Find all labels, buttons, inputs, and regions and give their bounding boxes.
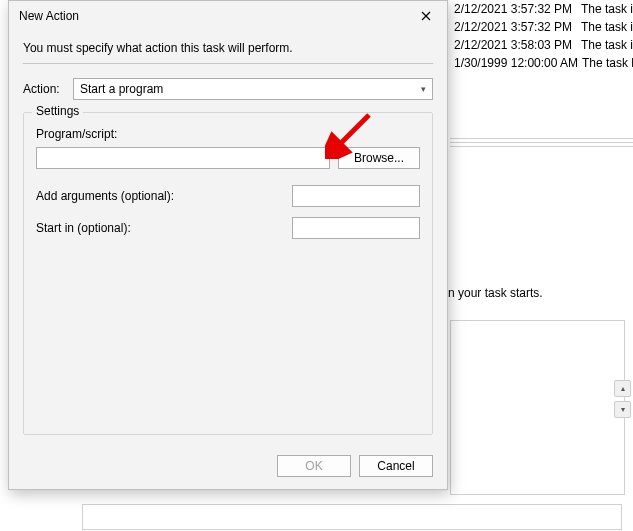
table-row: 1/30/1999 12:00:00 AM The task h	[450, 54, 633, 72]
action-select[interactable]: Start a program ▾	[73, 78, 433, 100]
scroll-up-button[interactable]: ▴	[614, 380, 631, 397]
action-label: Action:	[23, 82, 73, 96]
bg-panel	[82, 504, 622, 530]
divider	[23, 63, 433, 64]
close-button[interactable]	[411, 4, 441, 28]
bg-divider	[450, 146, 633, 147]
dialog-titlebar: New Action	[9, 1, 447, 31]
dialog-instruction: You must specify what action this task w…	[23, 41, 433, 55]
new-action-dialog: New Action You must specify what action …	[8, 0, 448, 490]
settings-legend: Settings	[32, 104, 83, 118]
table-row: 2/12/2021 3:58:03 PM The task i	[450, 36, 633, 54]
close-icon	[421, 11, 431, 21]
action-select-value: Start a program	[80, 82, 163, 96]
bg-divider	[450, 138, 633, 139]
start-in-input[interactable]	[292, 217, 420, 239]
dialog-title: New Action	[19, 9, 411, 23]
bg-divider	[450, 142, 633, 143]
background-table-rows: 2/12/2021 3:57:32 PM The task i 2/12/202…	[450, 0, 633, 72]
program-script-input[interactable]	[36, 147, 330, 169]
chevron-down-icon: ▾	[421, 84, 426, 94]
browse-button[interactable]: Browse...	[338, 147, 420, 169]
cancel-button[interactable]: Cancel	[359, 455, 433, 477]
table-row: 2/12/2021 3:57:32 PM The task i	[450, 0, 633, 18]
arguments-label: Add arguments (optional):	[36, 189, 292, 203]
bg-panel	[450, 320, 625, 495]
arguments-input[interactable]	[292, 185, 420, 207]
ok-button[interactable]: OK	[277, 455, 351, 477]
settings-group: Settings Program/script: Browse... Add a…	[23, 112, 433, 435]
scroll-down-button[interactable]: ▾	[614, 401, 631, 418]
bg-text-fragment: n your task starts.	[448, 286, 543, 300]
table-row: 2/12/2021 3:57:32 PM The task i	[450, 18, 633, 36]
startin-label: Start in (optional):	[36, 221, 292, 235]
program-label: Program/script:	[36, 127, 420, 141]
